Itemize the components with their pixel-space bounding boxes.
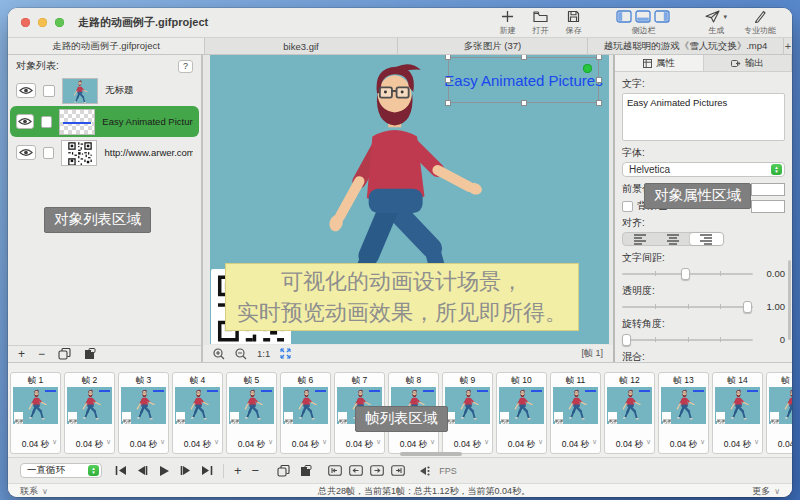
zoom-out-icon[interactable] <box>235 348 247 360</box>
frame-duration-select[interactable]: 0.04 秒 ∨ <box>335 436 384 453</box>
generate-button[interactable]: ▾ 生成 <box>705 9 727 36</box>
tab-gifproject[interactable]: 走路的动画例子.gifproject <box>8 38 205 54</box>
go-first-frame-button[interactable] <box>115 465 127 476</box>
remove-frame-button[interactable]: − <box>252 464 260 477</box>
duplicate-object-button[interactable] <box>58 348 71 360</box>
frame-duration-select[interactable]: 0.04 秒 ∨ <box>173 436 222 453</box>
stepper-icon[interactable]: ▲▼ <box>88 465 99 476</box>
frame-duration-select[interactable]: 0.04 秒 ∨ <box>497 436 546 453</box>
frame-list-scrollbar[interactable] <box>400 452 462 456</box>
frame-card[interactable]: 帧 14 0.04 秒 ∨ <box>712 372 763 454</box>
add-frame-button[interactable]: + <box>234 464 242 477</box>
previous-frame-button[interactable] <box>137 465 148 476</box>
object-checkbox[interactable] <box>43 147 55 159</box>
add-tab-button[interactable]: + <box>784 38 792 54</box>
align-right-button[interactable] <box>690 233 723 245</box>
tab-properties[interactable]: 属性 <box>615 55 704 71</box>
frame-card[interactable]: 帧 4 0.04 秒 ∨ <box>172 372 223 454</box>
frame-duration-select[interactable]: 0.04 秒 ∨ <box>767 436 792 453</box>
text-input[interactable]: Easy Animated Pictures <box>622 93 785 141</box>
save-button[interactable]: 保存 <box>565 9 581 36</box>
resize-handle[interactable] <box>521 100 527 106</box>
dropdown-caret-icon[interactable]: ▾ <box>723 13 727 21</box>
split-frame-button[interactable] <box>419 465 430 477</box>
zoom-ratio-button[interactable]: 1:1 <box>257 348 270 359</box>
close-window-button[interactable] <box>21 18 30 27</box>
object-checkbox[interactable] <box>41 116 52 128</box>
frame-duration-select[interactable]: 0.04 秒 ∨ <box>713 436 762 453</box>
toggle-left-panel-icon[interactable] <box>616 10 632 23</box>
font-select[interactable]: Helvetica ▲▼ <box>622 162 785 177</box>
frame-duration-select[interactable]: 0.04 秒 ∨ <box>605 436 654 453</box>
paste-frame-button[interactable] <box>300 465 312 477</box>
frame-card[interactable]: 帧 11 0.04 秒 ∨ <box>550 372 601 454</box>
insert-frame-before-button[interactable] <box>349 465 363 476</box>
align-left-button[interactable] <box>623 233 656 245</box>
frame-duration-select[interactable]: 0.04 秒 ∨ <box>227 436 276 453</box>
open-button[interactable]: 打开 <box>532 9 548 36</box>
frame-duration-select[interactable]: 0.04 秒 ∨ <box>119 436 168 453</box>
help-button[interactable]: ? <box>178 60 193 73</box>
insert-frame-start-button[interactable] <box>328 465 342 476</box>
frame-card[interactable]: 帧 10 0.04 秒 ∨ <box>496 372 547 454</box>
resize-handle[interactable] <box>445 100 451 106</box>
frame-duration-select[interactable]: 0.04 秒 ∨ <box>389 436 438 453</box>
slider-thumb[interactable] <box>743 301 752 313</box>
minimize-window-button[interactable] <box>38 18 47 27</box>
pro-features-button[interactable]: 专业功能 <box>744 9 776 36</box>
frame-duration-select[interactable]: 0.04 秒 ∨ <box>551 436 600 453</box>
frame-card[interactable]: 帧 6 0.04 秒 ∨ <box>280 372 331 454</box>
rotate-handle[interactable] <box>583 64 592 73</box>
object-checkbox[interactable] <box>43 85 55 97</box>
object-row-text[interactable]: Easy Animated Pictures <box>10 106 199 137</box>
insert-frame-after-button[interactable] <box>370 465 384 476</box>
paste-object-button[interactable] <box>84 348 96 360</box>
rotation-slider[interactable] <box>622 333 753 346</box>
slider-thumb[interactable] <box>681 268 690 280</box>
frame-card[interactable]: 帧 9 0.04 秒 ∨ <box>442 372 493 454</box>
contact-menu[interactable]: 联系 ∨ <box>20 485 48 497</box>
insert-frame-end-button[interactable] <box>391 465 405 476</box>
frame-card[interactable]: 帧 5 0.04 秒 ∨ <box>226 372 277 454</box>
stepper-icon[interactable]: ▲▼ <box>771 164 782 175</box>
background-color-checkbox[interactable] <box>622 201 633 212</box>
canvas-text-object[interactable]: Easy Animated Pictures <box>444 72 602 89</box>
frame-duration-select[interactable]: 0.04 秒 ∨ <box>65 436 114 453</box>
resize-handle[interactable] <box>445 55 451 60</box>
resize-handle[interactable] <box>445 77 451 83</box>
duplicate-frame-button[interactable] <box>277 465 290 477</box>
frame-card[interactable]: 帧 2 0.04 秒 ∨ <box>64 372 115 454</box>
frame-duration-select[interactable]: 0.04 秒 ∨ <box>281 436 330 453</box>
foreground-color-well[interactable] <box>751 183 785 196</box>
frame-card[interactable]: 帧 13 0.04 秒 ∨ <box>658 372 709 454</box>
frame-duration-select[interactable]: 0.04 秒 ∨ <box>11 436 60 453</box>
resize-handle[interactable] <box>596 100 602 106</box>
slider-thumb[interactable] <box>622 334 631 346</box>
tab-output[interactable]: 输出 <box>704 55 793 71</box>
spacing-slider[interactable] <box>622 267 753 280</box>
add-object-button[interactable]: + <box>18 348 25 360</box>
fit-to-window-icon[interactable] <box>280 348 291 359</box>
resize-handle[interactable] <box>521 55 527 60</box>
properties-scrollbar[interactable] <box>788 260 791 340</box>
frame-card[interactable]: 帧 3 0.04 秒 ∨ <box>118 372 169 454</box>
object-row-qrcode[interactable]: http://www.arwer.com <box>10 137 199 168</box>
toggle-bottom-panel-icon[interactable] <box>635 10 651 23</box>
frame-card[interactable]: 帧 15 0.04 秒 ∨ <box>766 372 792 454</box>
resize-handle[interactable] <box>596 77 602 83</box>
tab-bike3[interactable]: bike3.gif <box>205 38 398 54</box>
resize-handle[interactable] <box>596 55 602 60</box>
tab-multi-images[interactable]: 多张图片 (37) <box>398 38 588 54</box>
next-frame-button[interactable] <box>180 465 191 476</box>
frame-card[interactable]: 帧 1 0.04 秒 ∨ <box>10 372 61 454</box>
play-button[interactable] <box>158 465 170 477</box>
loop-mode-select[interactable]: 一直循环 ▲▼ <box>20 463 102 478</box>
visibility-toggle[interactable] <box>16 83 36 98</box>
go-last-frame-button[interactable] <box>201 465 213 476</box>
remove-object-button[interactable]: − <box>38 348 45 360</box>
new-button[interactable]: 新建 <box>499 9 515 36</box>
frame-duration-select[interactable]: 0.04 秒 ∨ <box>443 436 492 453</box>
background-color-well[interactable] <box>751 200 785 213</box>
zoom-window-button[interactable] <box>55 18 64 27</box>
object-row-untitled[interactable]: 无标题 <box>10 75 199 106</box>
